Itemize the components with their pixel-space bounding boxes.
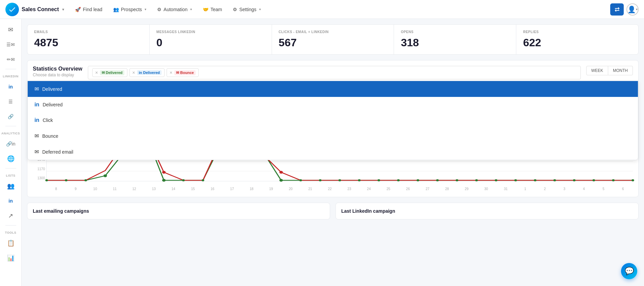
- stat-linkedin-value: 0: [156, 36, 265, 49]
- sidebar-analytics-global[interactable]: 🌐: [3, 152, 18, 165]
- x-label: 10: [85, 187, 105, 191]
- x-label: 30: [476, 187, 496, 191]
- nav-automation[interactable]: ⚙ Automation ▾: [153, 5, 196, 14]
- remove-bounce-icon[interactable]: ×: [170, 70, 172, 75]
- sidebar-linkedin-list[interactable]: in: [3, 194, 18, 208]
- sidebar-analytics-linkedin[interactable]: 🔗in: [3, 137, 18, 151]
- email-delivered-icon: ✉ Delivered: [100, 70, 124, 75]
- sidebar-people[interactable]: 👥: [3, 179, 18, 193]
- stat-replies-label: REPLIES: [523, 30, 631, 34]
- dropdown-item-deferred[interactable]: ✉ Deferred email: [28, 144, 638, 160]
- stat-clicks: CLICKS - EMAIL + LINKEDIN 567: [272, 25, 394, 54]
- sidebar-linkedin[interactable]: in: [3, 80, 18, 94]
- bottom-row: Last emailing campaigns Last LinkedIn ca…: [27, 203, 639, 219]
- stat-clicks-value: 567: [279, 36, 387, 49]
- x-label: 23: [340, 187, 359, 191]
- x-label: 14: [164, 187, 183, 191]
- user-avatar-button[interactable]: 👤 ▾: [626, 3, 639, 16]
- stat-replies-value: 622: [523, 36, 631, 49]
- in-delivered-icon: in Delivered: [137, 70, 162, 75]
- x-label: 13: [144, 187, 164, 191]
- inbox-icon: ✉: [8, 26, 13, 33]
- stat-opens-label: OPENS: [401, 30, 509, 34]
- x-label: 20: [281, 187, 300, 191]
- linkedin-small-icon: in: [34, 102, 39, 108]
- x-label: 25: [379, 187, 398, 191]
- sidebar-linkedin-create[interactable]: 🔗: [3, 110, 18, 123]
- last-linkedin-title: Last LinkedIn campaign: [341, 208, 633, 214]
- data-dropdown: ✉ Delivered in Delivered in Click ✉ Boun…: [27, 81, 638, 160]
- x-label: 2: [535, 187, 554, 191]
- x-label: 15: [183, 187, 203, 191]
- x-label: 6: [613, 187, 633, 191]
- team-icon: 🤝: [203, 7, 208, 12]
- bounce-icon: ✉ Bounce: [174, 70, 195, 75]
- dropdown-email-delivered-label: Delivered: [42, 86, 62, 92]
- prospects-arrow: ▾: [145, 7, 146, 11]
- nav-settings[interactable]: ⚙ Settings ▾: [229, 5, 265, 14]
- remove-email-delivered-icon[interactable]: ×: [95, 70, 98, 75]
- x-label: 21: [300, 187, 320, 191]
- x-label: 29: [457, 187, 476, 191]
- x-label: 8: [46, 187, 66, 191]
- nav-team[interactable]: 🤝 Team: [199, 5, 226, 14]
- settings-arrow: ▾: [259, 7, 261, 11]
- logo-area[interactable]: Sales Connect ▾: [5, 3, 64, 16]
- prospects-icon: 👥: [113, 7, 119, 12]
- nav-settings-label: Settings: [239, 7, 256, 12]
- sidebar-inbox[interactable]: ✉: [3, 23, 18, 36]
- sidebar-tool-1[interactable]: 📋: [3, 236, 18, 250]
- filter-tag-email-delivered[interactable]: × ✉ Delivered: [92, 68, 127, 77]
- filter-tag-bounce[interactable]: × ✉ Bounce: [167, 68, 199, 77]
- nav-prospects-label: Prospects: [121, 7, 142, 12]
- nav-prospects[interactable]: 👥 Prospects ▾: [109, 5, 150, 14]
- settings-icon: ⚙: [233, 7, 237, 12]
- logo-icon: [5, 3, 19, 16]
- dropdown-item-click[interactable]: in Click: [28, 112, 638, 128]
- switch-button[interactable]: ⇄: [610, 3, 624, 16]
- tools-section-label: TOOLS: [0, 231, 21, 234]
- brand-name: Sales Connect: [22, 6, 59, 12]
- analytics-section-label: ANALYTICS: [0, 132, 21, 135]
- dropdown-item-in-delivered[interactable]: in Delivered: [28, 97, 638, 112]
- filter-tag-in-delivered[interactable]: × in Delivered: [129, 68, 165, 77]
- chart-title: Statistics Overview: [33, 66, 82, 72]
- top-navigation: Sales Connect ▾ 🚀 Find lead 👥 Prospects …: [0, 0, 644, 19]
- dropdown-item-email-delivered[interactable]: ✉ Delivered: [28, 81, 638, 97]
- sidebar-create[interactable]: ✏✉: [3, 53, 18, 66]
- tool-1-icon: 📋: [7, 239, 15, 247]
- email-deferred-icon: ✉: [34, 149, 39, 155]
- nav-find-lead[interactable]: 🚀 Find lead: [71, 5, 106, 14]
- stat-emails-label: EMAILS: [34, 30, 143, 34]
- x-label: 5: [594, 187, 613, 191]
- sidebar-sequences[interactable]: ☰✉: [3, 38, 18, 51]
- nav-find-lead-label: Find lead: [83, 7, 102, 12]
- share-icon: ↗: [8, 212, 13, 219]
- chart-title-area: Statistics Overview Choose data to displ…: [33, 66, 82, 77]
- stat-opens: OPENS 318: [394, 25, 516, 54]
- divider-1: [5, 69, 16, 69]
- divider-3: [5, 168, 16, 168]
- x-label: 11: [105, 187, 125, 191]
- x-label: 24: [359, 187, 379, 191]
- sidebar: ✉ ☰✉ ✏✉ LINKEDIN in ☰ 🔗 ANALYTICS 🔗in 🌐 …: [0, 19, 22, 286]
- remove-in-delivered-icon[interactable]: ×: [132, 70, 135, 75]
- month-button[interactable]: MONTH: [608, 66, 633, 75]
- stat-opens-value: 318: [401, 36, 509, 49]
- automation-icon: ⚙: [157, 7, 162, 12]
- week-button[interactable]: WEEK: [586, 66, 608, 75]
- x-label: 27: [418, 187, 437, 191]
- nav-team-label: Team: [210, 7, 222, 12]
- dropdown-item-bounce[interactable]: ✉ Bounce: [28, 128, 638, 144]
- sidebar-linkedin-seq[interactable]: ☰: [3, 95, 18, 108]
- stats-row: EMAILS 4875 MESSAGES LINKEDIN 0 CLICKS -…: [27, 24, 639, 55]
- x-label: 19: [261, 187, 281, 191]
- chat-widget[interactable]: 💬: [621, 263, 637, 279]
- linkedin-section-label: LINKEDIN: [0, 75, 21, 78]
- filter-container: × ✉ Delivered × in Delivered × ✉ Bounce: [88, 66, 581, 79]
- sidebar-tool-2[interactable]: 📊: [3, 251, 18, 265]
- create-icon: ✏✉: [7, 57, 15, 62]
- sidebar-share[interactable]: ↗: [3, 209, 18, 223]
- avatar-dropdown: ▾: [636, 7, 638, 11]
- divider-2: [5, 126, 16, 126]
